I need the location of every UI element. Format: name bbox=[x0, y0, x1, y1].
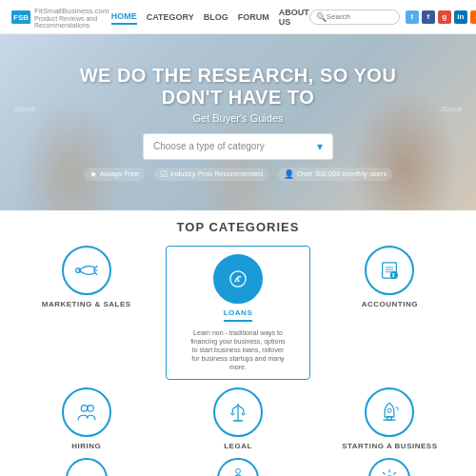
svg-line-18 bbox=[232, 406, 238, 409]
category-loans[interactable]: $ LOANS Learn non - traditional ways to … bbox=[166, 246, 309, 380]
hero-content: WE DO THE RESEARCH, SO YOU DON'T HAVE TO… bbox=[61, 53, 416, 192]
header-right: 🔍 t f g in r bbox=[309, 10, 476, 25]
search-input[interactable] bbox=[327, 12, 393, 21]
category-dropdown[interactable]: Choose a type of category ▾ bbox=[143, 133, 333, 160]
nav-category[interactable]: CATEGORY bbox=[147, 10, 194, 24]
legal-label: LEGAL bbox=[224, 442, 252, 450]
search-icon: 🔍 bbox=[316, 12, 327, 22]
star-icon: ★ bbox=[89, 169, 97, 179]
nav-about[interactable]: ABOUT US bbox=[279, 6, 309, 29]
google-plus-icon[interactable]: g bbox=[438, 10, 451, 24]
hero-subtitle: Get Buyer's Guides bbox=[80, 112, 397, 124]
category-more3[interactable] bbox=[318, 458, 462, 476]
nav-home[interactable]: HOME bbox=[111, 10, 137, 25]
category-legal[interactable]: LEGAL bbox=[166, 387, 309, 450]
category-accounting[interactable]: $ ACCOUNTING bbox=[318, 246, 462, 380]
more3-icon-wrap bbox=[368, 458, 410, 476]
svg-point-23 bbox=[387, 409, 391, 413]
badge-users: 👤 Over 300,000 monthly users bbox=[278, 168, 392, 181]
more2-icon-wrap bbox=[217, 458, 259, 476]
loans-label: LOANS bbox=[224, 308, 253, 317]
istock-label-left: iStock bbox=[14, 105, 35, 113]
category-hiring[interactable]: HIRING bbox=[14, 387, 158, 450]
rss-icon[interactable]: r bbox=[470, 10, 476, 24]
facebook-icon[interactable]: f bbox=[422, 10, 435, 24]
category-more2[interactable] bbox=[166, 458, 309, 476]
badge-users-text: Over 300,000 monthly users bbox=[297, 169, 387, 178]
top-categories-title: TOP CATEGORIES bbox=[14, 220, 462, 234]
header: FSB FitSmallBusiness.com Product Reviews… bbox=[0, 0, 476, 34]
main-nav: HOME CATEGORY BLOG FORUM ABOUT US bbox=[111, 6, 309, 29]
hiring-label: HIRING bbox=[71, 442, 101, 450]
badge-recommended: ☑ Industry Pros Recommended bbox=[154, 168, 268, 181]
starting-business-icon-wrap bbox=[365, 387, 414, 437]
svg-point-15 bbox=[87, 406, 93, 412]
svg-text:$: $ bbox=[236, 277, 240, 283]
hiring-icon-wrap bbox=[62, 387, 111, 437]
more1-icon-wrap bbox=[66, 458, 108, 476]
loans-underline bbox=[224, 320, 252, 322]
main-content: TOP CATEGORIES MARKETING & SALES bbox=[0, 210, 476, 476]
svg-text:$: $ bbox=[392, 273, 395, 278]
categories-row2: HIRING LEGAL bbox=[14, 387, 462, 450]
svg-text:FSB: FSB bbox=[13, 13, 29, 22]
category-marketing[interactable]: MARKETING & SALES bbox=[14, 246, 158, 380]
loans-desc: Learn non - traditional ways to financin… bbox=[190, 328, 286, 371]
logo-subtitle: Product Reviews and Recommendations bbox=[34, 15, 111, 29]
logo-icon: FSB bbox=[11, 10, 30, 24]
categories-row1: MARKETING & SALES $ LOANS Learn non - tr… bbox=[14, 246, 462, 380]
check-icon: ☑ bbox=[160, 169, 168, 179]
badge-recommended-text: Industry Pros Recommended bbox=[170, 169, 263, 178]
svg-point-28 bbox=[236, 469, 241, 474]
accounting-icon-wrap: $ bbox=[365, 246, 414, 295]
accounting-label: ACCOUNTING bbox=[362, 300, 418, 308]
starting-business-label: STARTING A BUSINESS bbox=[342, 442, 437, 450]
categories-row3 bbox=[14, 458, 462, 476]
logo: FSB FitSmallBusiness.com Product Reviews… bbox=[11, 5, 111, 30]
marketing-icon-wrap bbox=[62, 246, 111, 295]
istock-label-right: iStock bbox=[441, 105, 462, 113]
linkedin-icon[interactable]: in bbox=[454, 10, 467, 24]
svg-point-14 bbox=[81, 406, 88, 412]
nav-blog[interactable]: BLOG bbox=[204, 10, 228, 24]
loans-icon-wrap: $ bbox=[213, 254, 263, 304]
category-starting-business[interactable]: STARTING A BUSINESS bbox=[318, 387, 462, 450]
badge-free: ★ Always Free bbox=[84, 168, 145, 181]
user-icon: 👤 bbox=[284, 169, 294, 179]
nav-forum[interactable]: FORUM bbox=[238, 10, 269, 24]
twitter-icon[interactable]: t bbox=[406, 10, 419, 24]
legal-icon-wrap bbox=[213, 387, 263, 437]
dropdown-placeholder: Choose a type of category bbox=[153, 141, 265, 151]
chevron-down-icon: ▾ bbox=[317, 140, 323, 153]
hero-title: WE DO THE RESEARCH, SO YOU DON'T HAVE TO bbox=[80, 65, 397, 109]
badge-free-text: Always Free bbox=[100, 169, 139, 178]
social-icons: t f g in r bbox=[406, 10, 476, 24]
marketing-label: MARKETING & SALES bbox=[42, 300, 131, 308]
logo-text: FitSmallBusiness.com bbox=[34, 5, 111, 16]
hero-badges: ★ Always Free ☑ Industry Pros Recommende… bbox=[80, 168, 397, 181]
hero-section: iStock iStock WE DO THE RESEARCH, SO YOU… bbox=[0, 34, 476, 210]
svg-line-19 bbox=[238, 406, 244, 409]
category-more1[interactable] bbox=[14, 458, 158, 476]
search-box[interactable]: 🔍 bbox=[309, 10, 400, 25]
